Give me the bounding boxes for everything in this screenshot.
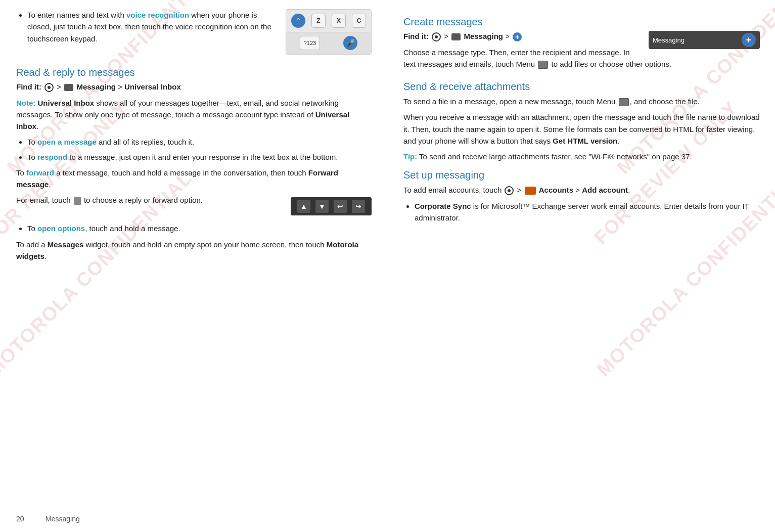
note-label: Note:: [16, 99, 35, 107]
home-icon: [44, 83, 54, 92]
menu-icon-2: [619, 98, 629, 106]
key-mic[interactable]: 🎤: [343, 36, 357, 50]
toolbar-image: ▲ ▼ ↩ ↪: [291, 197, 372, 215]
create-messages-heading: Create messages: [403, 16, 760, 28]
send-para1: To send a file in a message, open a new …: [403, 96, 760, 107]
messaging-bar-plus[interactable]: +: [742, 33, 756, 47]
read-reply-heading: Read & reply to messages: [16, 67, 372, 78]
messaging-label-2: Messaging: [464, 32, 503, 40]
messaging-bar: Messaging +: [649, 31, 760, 49]
note-universal-inbox: Universal Inbox: [38, 99, 95, 107]
read-reply-section: Read & reply to messages Find it: > Mess…: [16, 67, 372, 262]
bullet-open-message: To open a message and all of its replies…: [27, 136, 372, 148]
keyboard-row-bottom: ?123 🎤: [286, 32, 371, 55]
file-icon: [74, 197, 81, 205]
send-para2: When you receive a message with an attac…: [403, 111, 760, 147]
key-x[interactable]: X: [332, 14, 346, 28]
messages-widget-label: Messages: [48, 240, 84, 249]
tip-label: Tip:: [403, 152, 417, 161]
plus-icon: +: [513, 32, 522, 41]
send-receive-section: Send & receive attachments To send a fil…: [403, 81, 760, 162]
accounts-label: Accounts: [539, 186, 573, 194]
bullet-corporate-sync: Corporate Sync is for Microsoft™ Exchang…: [415, 200, 760, 224]
home-icon-3: [505, 186, 514, 195]
universal-inbox-label: Universal Inbox: [124, 82, 181, 91]
note-universal-inbox-2: Universal Inbox: [16, 110, 349, 130]
setup-heading: Set up messaging: [403, 169, 760, 181]
home-icon-2: [432, 32, 441, 41]
create-body: Choose a message type. Then, enter the r…: [403, 47, 760, 70]
setup-messaging-section: Set up messaging To add email accounts, …: [403, 169, 760, 224]
open-message-link[interactable]: open a message: [37, 138, 97, 146]
create-findit-label: Find it:: [403, 32, 429, 40]
tip-para: Tip: To send and receive large attachmen…: [403, 151, 760, 162]
messaging-bar-text: Messaging: [653, 36, 685, 44]
widget-para: To add a Messages widget, touch and hold…: [16, 239, 372, 262]
get-html-label: Get HTML version: [553, 137, 617, 145]
keyboard-row-top: ⌃ Z X C: [286, 10, 371, 32]
read-reply-bullets: To open a message and all of its replies…: [27, 136, 372, 163]
forward-para: To forward a text message, touch and hol…: [16, 167, 372, 191]
page-container: MOTOROLA CONFIDENTIAL FOR REVIEW ONLY MO…: [0, 0, 775, 532]
toolbar-up[interactable]: ▲: [297, 200, 310, 213]
open-options-link[interactable]: open options: [37, 224, 85, 233]
setup-bullets: Corporate Sync is for Microsoft™ Exchang…: [415, 200, 760, 224]
key-num[interactable]: ?123: [300, 36, 320, 50]
page-number: 20: [16, 515, 24, 523]
options-bullets: To open options, touch and hold a messag…: [27, 223, 372, 234]
forward-message-label: Forward message: [16, 168, 338, 189]
menu-icon: [538, 61, 548, 69]
send-receive-heading: Send & receive attachments: [403, 81, 760, 93]
read-reply-findit: Find it: > Messaging > Universal Inbox: [16, 81, 372, 93]
toolbar-down[interactable]: ▼: [315, 200, 329, 213]
key-c[interactable]: C: [352, 14, 366, 28]
messaging-icon-2: [451, 33, 461, 40]
bullet-open-options: To open options, touch and hold a messag…: [27, 223, 372, 234]
forward-link[interactable]: forward: [26, 168, 54, 177]
create-messages-section: Create messages Messaging + Find it: > M…: [403, 16, 760, 74]
note-para: Note: Universal Inbox shows all of your …: [16, 97, 372, 132]
add-account-label: Add account: [582, 186, 628, 194]
accounts-icon: [525, 187, 536, 195]
key-arrow: ⌃: [291, 14, 305, 28]
keyboard-image: ⌃ Z X C ?123 🎤: [286, 9, 372, 55]
messaging-label: Messaging: [76, 82, 116, 91]
email-reply-section: ▲ ▼ ↩ ↪ For email, touch to choose a rep…: [16, 194, 372, 218]
voice-recognition-section: ⌃ Z X C ?123 🎤 To enter names and text w…: [16, 9, 372, 60]
toolbar-forward[interactable]: ↪: [352, 200, 365, 213]
create-findit-area: Messaging + Find it: > Messaging > + Cho…: [403, 31, 760, 74]
respond-link[interactable]: respond: [37, 153, 67, 161]
bullet-respond: To respond to a message, just open it an…: [27, 151, 372, 163]
setup-para: To add email accounts, touch > Accounts …: [403, 184, 760, 196]
corporate-sync-label: Corporate Sync: [415, 202, 471, 210]
key-z[interactable]: Z: [311, 14, 326, 28]
findit-label: Find it:: [16, 82, 41, 91]
page-category: Messaging: [45, 515, 80, 523]
toolbar-reply[interactable]: ↩: [334, 200, 347, 213]
left-column: MOTOROLA CONFIDENTIAL FOR REVIEW ONLY MO…: [0, 0, 387, 532]
voice-recognition-link[interactable]: voice recognition: [126, 11, 189, 19]
messaging-icon: [64, 84, 73, 91]
right-column: MOTOROLA CONFIDENTIAL FOR REVIEW ONLY MO…: [387, 0, 775, 532]
